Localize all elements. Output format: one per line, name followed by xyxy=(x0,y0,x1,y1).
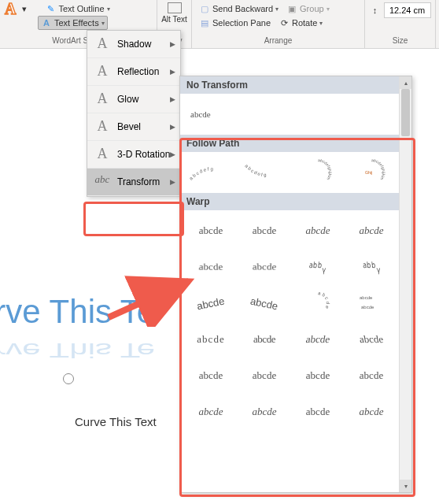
preset-warp[interactable]: abcde xyxy=(345,395,397,429)
svg-text:a b c d e: a b c d e xyxy=(318,291,330,310)
preset-circle[interactable]: abcdefghijklm xyxy=(292,155,344,190)
text-effects-button[interactable]: A Text Effects ▾ xyxy=(38,16,108,30)
preset-warp[interactable]: abcde xyxy=(185,322,237,357)
submenu-arrow-icon: ▶ xyxy=(170,150,175,158)
menu-rotation-label: 3-D Rotation xyxy=(117,149,170,160)
chevron-down-icon: ▾ xyxy=(275,6,279,13)
preset-arch-down[interactable]: a b c d e f g xyxy=(238,155,290,190)
height-icon: ↕ xyxy=(370,5,381,16)
text-effects-label: Text Effects xyxy=(54,18,99,28)
preset-warp[interactable]: abcde xyxy=(292,213,344,248)
arrange-group-label: Arrange xyxy=(197,36,360,46)
preset-warp[interactable]: abcde xyxy=(185,213,237,248)
preset-warp[interactable]: abcde xyxy=(345,213,397,248)
preset-warp[interactable]: ᵃᵇᵇᵧ xyxy=(345,250,397,284)
preset-warp[interactable]: abcde xyxy=(342,322,400,357)
preset-warp[interactable]: abcde xyxy=(185,395,237,429)
preset-warp[interactable]: abcde xyxy=(289,322,347,357)
size-group: ↕ Size xyxy=(365,0,436,48)
preset-warp[interactable]: abcde xyxy=(238,286,290,321)
menu-transform-label: Transform xyxy=(117,176,160,187)
submenu-arrow-icon: ▶ xyxy=(170,68,175,76)
scroll-down-icon[interactable]: ▾ xyxy=(400,480,411,492)
preset-no-transform[interactable]: abcde xyxy=(185,97,237,132)
preset-warp[interactable]: a b c d e xyxy=(292,286,344,321)
submenu-arrow-icon: ▶ xyxy=(170,123,175,131)
submenu-arrow-icon: ▶ xyxy=(170,95,175,103)
svg-text:abcdefghijklm: abcdefghijklm xyxy=(318,158,333,181)
plain-text[interactable]: Curve This Text xyxy=(75,415,157,428)
preset-warp[interactable]: ᵃᵇᵇᵧ xyxy=(292,250,344,284)
menu-reflection-label: Reflection xyxy=(117,66,159,77)
menu-reflection[interactable]: A Reflection ▶ xyxy=(87,58,180,86)
warp-header: Warp xyxy=(180,193,411,210)
bevel-icon: A xyxy=(94,118,111,135)
rotate-button[interactable]: ⟳ Rotate ▾ xyxy=(276,17,325,29)
group-label: Group xyxy=(300,4,324,13)
alt-text-icon xyxy=(168,2,182,13)
preset-warp[interactable]: abcde xyxy=(182,253,241,284)
chevron-down-icon: ▾ xyxy=(107,6,110,13)
transform-icon: abc xyxy=(94,173,111,191)
alt-text-label: Alt Text xyxy=(161,16,187,24)
follow-path-header: Follow Path xyxy=(180,135,411,152)
height-input[interactable] xyxy=(384,2,431,18)
scroll-up-icon[interactable]: ▴ xyxy=(400,76,411,89)
preset-warp[interactable]: abcde xyxy=(238,358,290,393)
send-backward-button[interactable]: ▢ Send Backward ▾ xyxy=(197,2,281,15)
preset-warp[interactable]: abcde xyxy=(185,286,237,321)
menu-3d-rotation[interactable]: A 3-D Rotation ▶ xyxy=(87,141,180,169)
menu-glow-label: Glow xyxy=(117,94,138,105)
preset-warp[interactable]: abcde xyxy=(345,358,397,393)
wordart-text[interactable]: urve This Te xyxy=(0,293,155,331)
preset-warp[interactable]: abcde xyxy=(238,322,290,357)
text-outline-button[interactable]: ✎ Text Outline ▾ xyxy=(42,2,112,15)
svg-text:a b c d e f g: a b c d e f g xyxy=(189,166,213,180)
rotate-handle[interactable] xyxy=(63,373,74,384)
rotation-icon: A xyxy=(94,146,111,163)
text-outline-icon: ✎ xyxy=(45,3,56,14)
ribbon: A ▾ ✎ Text Outline ▾ A Text Effects ▾ Wo… xyxy=(0,0,439,49)
selection-pane-icon: ▤ xyxy=(199,17,210,28)
alt-text-button[interactable]: Alt Text xyxy=(159,2,190,30)
preset-warp[interactable]: abcde xyxy=(185,358,237,393)
submenu-scrollbar[interactable]: ▴ ▾ xyxy=(399,76,411,492)
svg-text:Ghij: Ghij xyxy=(365,170,372,175)
group-icon: ▣ xyxy=(286,3,297,14)
no-transform-header: No Transform xyxy=(180,76,411,94)
svg-text:abcde: abcde xyxy=(360,295,373,300)
preset-warp[interactable]: abcde xyxy=(235,249,294,280)
rotate-label: Rotate xyxy=(292,18,317,28)
reflection-icon: A xyxy=(94,63,111,80)
selection-pane-button[interactable]: ▤ Selection Pane xyxy=(197,17,273,29)
preset-arch-up[interactable]: a b c d e f g xyxy=(185,155,237,190)
menu-shadow[interactable]: A Shadow ▶ xyxy=(87,31,180,58)
text-effects-icon: A xyxy=(41,17,52,28)
preset-warp[interactable]: abcde xyxy=(292,358,344,393)
menu-glow[interactable]: A Glow ▶ xyxy=(87,86,180,113)
selection-pane-label: Selection Pane xyxy=(212,18,271,28)
send-backward-label: Send Backward xyxy=(212,4,273,13)
glow-icon: A xyxy=(94,91,111,108)
size-group-label: Size xyxy=(393,36,408,46)
dropdown-icon[interactable]: ▾ xyxy=(19,3,30,14)
group-button: ▣ Group ▾ xyxy=(284,2,332,15)
svg-text:abcdefghijklm: abcdefghijklm xyxy=(371,158,386,181)
menu-bevel-label: Bevel xyxy=(117,121,141,132)
preset-warp[interactable]: abcde xyxy=(238,395,290,429)
send-backward-icon: ▢ xyxy=(199,3,210,14)
preset-warp[interactable]: abcde xyxy=(238,213,290,248)
menu-shadow-label: Shadow xyxy=(117,39,151,50)
chevron-down-icon: ▾ xyxy=(326,6,330,13)
scroll-thumb[interactable] xyxy=(401,89,410,136)
svg-text:a b c d e f g: a b c d e f g xyxy=(244,164,266,178)
preset-button[interactable]: abcdefghijklmGhij xyxy=(345,155,397,190)
menu-bevel[interactable]: A Bevel ▶ xyxy=(87,113,180,141)
menu-transform[interactable]: abc Transform ▶ xyxy=(87,169,180,196)
preset-warp[interactable]: abcdeabcde xyxy=(345,286,397,321)
preset-warp[interactable]: abcde xyxy=(292,395,344,429)
chevron-down-icon: ▾ xyxy=(101,20,105,27)
text-outline-label: Text Outline xyxy=(58,4,104,13)
warp-presets: abcde abcde abcde abcde abcde abcde ᵃᵇᵇᵧ… xyxy=(180,210,411,432)
shadow-icon: A xyxy=(94,35,111,53)
